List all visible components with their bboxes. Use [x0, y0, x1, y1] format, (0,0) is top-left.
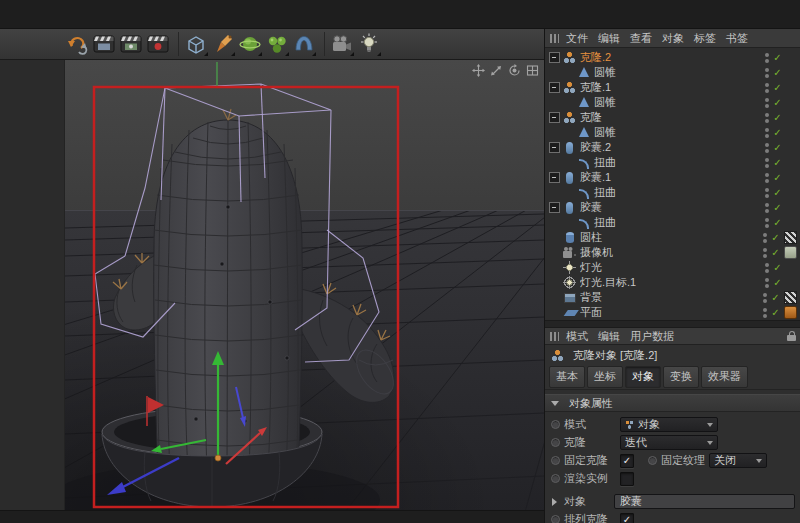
- enabled-check-icon[interactable]: [771, 261, 784, 274]
- object-row[interactable]: 圆锥: [545, 125, 800, 140]
- tab-2[interactable]: 对象: [625, 366, 661, 388]
- tab-4[interactable]: 效果器: [701, 366, 748, 388]
- fix-clone-checkbox[interactable]: [620, 454, 634, 468]
- object-row[interactable]: 胶囊.2: [545, 140, 800, 155]
- visibility-dots[interactable]: [762, 158, 771, 168]
- expander-toggle[interactable]: [549, 172, 560, 183]
- render-view-icon[interactable]: [91, 31, 117, 57]
- visibility-dots[interactable]: [762, 98, 771, 108]
- orbit-icon[interactable]: [508, 63, 521, 76]
- undo-redo-icon[interactable]: [64, 31, 90, 57]
- enabled-check-icon[interactable]: [769, 291, 782, 304]
- visibility-dots[interactable]: [762, 113, 771, 123]
- visibility-dots[interactable]: [762, 218, 771, 228]
- align-clone-checkbox[interactable]: [620, 513, 634, 523]
- object-row[interactable]: 灯光.目标.1: [545, 275, 800, 290]
- enabled-check-icon[interactable]: [771, 216, 784, 229]
- visibility-dots[interactable]: [762, 203, 771, 213]
- keyframe-dot[interactable]: [551, 456, 560, 465]
- visibility-dots[interactable]: [762, 188, 771, 198]
- primitive-cube-icon[interactable]: [183, 31, 209, 57]
- om-menu-item-5[interactable]: 书签: [726, 31, 748, 46]
- enabled-check-icon[interactable]: [771, 126, 784, 139]
- visibility-dots[interactable]: [762, 128, 771, 138]
- object-row[interactable]: 克隆.2: [545, 50, 800, 65]
- lock-icon[interactable]: [787, 335, 796, 341]
- object-row[interactable]: 圆柱: [545, 230, 800, 245]
- keyframe-dot[interactable]: [648, 456, 657, 465]
- object-tag[interactable]: [784, 231, 797, 244]
- mograph-icon[interactable]: [264, 31, 290, 57]
- am-menu-item-0[interactable]: 模式: [566, 329, 588, 344]
- object-row[interactable]: 摄像机: [545, 245, 800, 260]
- expander-toggle[interactable]: [549, 52, 560, 63]
- pan-icon[interactable]: [472, 63, 485, 76]
- object-row[interactable]: 扭曲: [545, 155, 800, 170]
- enabled-check-icon[interactable]: [771, 81, 784, 94]
- visibility-dots[interactable]: [762, 68, 771, 78]
- tab-0[interactable]: 基本: [549, 366, 585, 388]
- viewport-3d[interactable]: [65, 60, 544, 510]
- visibility-dots[interactable]: [760, 293, 769, 303]
- object-row[interactable]: 扭曲: [545, 215, 800, 230]
- expander-toggle[interactable]: [549, 112, 560, 123]
- am-menu-item-2[interactable]: 用户数据: [630, 329, 674, 344]
- object-row[interactable]: 圆锥: [545, 95, 800, 110]
- enabled-check-icon[interactable]: [771, 51, 784, 64]
- render-settings-icon[interactable]: [145, 31, 171, 57]
- enabled-check-icon[interactable]: [769, 306, 782, 319]
- dolly-icon[interactable]: [490, 63, 503, 76]
- enabled-check-icon[interactable]: [771, 156, 784, 169]
- object-row[interactable]: 克隆.1: [545, 80, 800, 95]
- keyframe-dot[interactable]: [551, 438, 560, 447]
- visibility-dots[interactable]: [760, 248, 769, 258]
- visibility-dots[interactable]: [762, 53, 771, 63]
- panel-separator[interactable]: [545, 320, 800, 328]
- om-menu-item-0[interactable]: 文件: [566, 31, 588, 46]
- object-row[interactable]: 背景: [545, 290, 800, 305]
- object-row[interactable]: 胶囊.1: [545, 170, 800, 185]
- expand-triangle-icon[interactable]: [552, 498, 557, 506]
- enabled-check-icon[interactable]: [771, 186, 784, 199]
- object-link-field[interactable]: 胶囊: [614, 494, 795, 509]
- mode-dropdown[interactable]: 对象: [620, 417, 718, 432]
- om-menu-item-1[interactable]: 编辑: [598, 31, 620, 46]
- keyframe-dot[interactable]: [551, 420, 560, 429]
- enabled-check-icon[interactable]: [769, 246, 782, 259]
- visibility-dots[interactable]: [762, 173, 771, 183]
- panel-grid-icon[interactable]: [550, 34, 559, 43]
- expander-toggle[interactable]: [549, 142, 560, 153]
- clones-dropdown[interactable]: 迭代: [620, 435, 718, 450]
- panel-grid-icon[interactable]: [550, 332, 559, 341]
- object-tag[interactable]: [784, 291, 797, 304]
- enabled-check-icon[interactable]: [771, 201, 784, 214]
- deformer-icon[interactable]: [291, 31, 317, 57]
- enabled-check-icon[interactable]: [771, 96, 784, 109]
- am-menu-item-1[interactable]: 编辑: [598, 329, 620, 344]
- object-row[interactable]: 灯光: [545, 260, 800, 275]
- tab-1[interactable]: 坐标: [587, 366, 623, 388]
- cactus-body[interactable]: [154, 109, 303, 472]
- keyframe-dot[interactable]: [551, 515, 560, 523]
- object-tag[interactable]: [784, 246, 797, 259]
- object-row[interactable]: 克隆: [545, 110, 800, 125]
- om-menu-item-3[interactable]: 对象: [662, 31, 684, 46]
- visibility-dots[interactable]: [762, 278, 771, 288]
- enabled-check-icon[interactable]: [771, 111, 784, 124]
- om-menu-item-4[interactable]: 标签: [694, 31, 716, 46]
- view-toggle-icon[interactable]: [526, 63, 539, 76]
- om-menu-item-2[interactable]: 查看: [630, 31, 652, 46]
- object-row[interactable]: 圆锥: [545, 65, 800, 80]
- camera-icon[interactable]: [329, 31, 355, 57]
- visibility-dots[interactable]: [760, 233, 769, 243]
- enabled-check-icon[interactable]: [771, 171, 784, 184]
- enabled-check-icon[interactable]: [771, 276, 784, 289]
- enabled-check-icon[interactable]: [771, 141, 784, 154]
- enabled-check-icon[interactable]: [769, 231, 782, 244]
- expander-toggle[interactable]: [549, 202, 560, 213]
- render-instance-checkbox[interactable]: [620, 472, 634, 486]
- spline-pen-icon[interactable]: [210, 31, 236, 57]
- render-picture-icon[interactable]: [118, 31, 144, 57]
- fix-texture-dropdown[interactable]: 关闭: [709, 453, 767, 468]
- gizmo-center[interactable]: [215, 455, 221, 461]
